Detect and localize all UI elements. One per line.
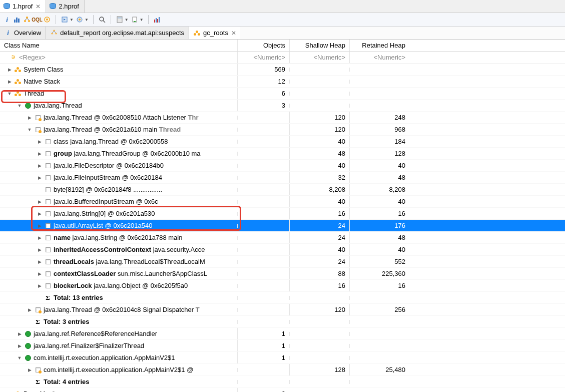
- row-icon: [44, 258, 52, 265]
- query-browser-icon[interactable]: [76, 16, 84, 24]
- dots-icon: [194, 30, 201, 37]
- tab-gc-roots[interactable]: gc_roots ✕: [189, 27, 241, 39]
- dropdown-icon[interactable]: ▼: [85, 18, 89, 22]
- dropdown-icon[interactable]: ▼: [125, 18, 129, 22]
- histogram-icon[interactable]: [13, 16, 21, 24]
- table-row[interactable]: ▶blockerLock java.lang.Object @ 0x6c205f…: [0, 280, 565, 292]
- table-row[interactable]: ▶threadLocals java.lang.ThreadLocal$Thre…: [0, 256, 565, 268]
- filter-objects[interactable]: <Numeric>: [237, 52, 289, 63]
- column-retained[interactable]: Retained Heap: [349, 40, 409, 51]
- cell-shallow: [289, 104, 349, 108]
- close-icon[interactable]: ✕: [36, 3, 41, 10]
- expand-icon[interactable]: ▶: [36, 139, 43, 144]
- column-classname[interactable]: Class Name: [0, 40, 237, 51]
- table-row[interactable]: ▶ java.lang.String[0] @ 0x6c201a5301616: [0, 208, 565, 220]
- file-tab-bar: 1.hprof ✕ 2.hprof: [0, 0, 565, 13]
- row-label: class java.lang.Thread @ 0x6c2000558: [54, 138, 168, 145]
- table-row[interactable]: ▶Busy Monitor2: [0, 388, 565, 392]
- cell-objects: [237, 176, 289, 180]
- table-row[interactable]: ▶ java.io.FileDescriptor @ 0x6c20184b040…: [0, 160, 565, 172]
- expand-icon[interactable]: ▶: [36, 271, 43, 276]
- info-icon[interactable]: i: [3, 16, 11, 24]
- search-icon[interactable]: [98, 16, 106, 24]
- table-row[interactable]: ▶name java.lang.String @ 0x6c201a788 mai…: [0, 232, 565, 244]
- table-row[interactable]: ▶ java.util.ArrayList @ 0x6c201a54024176: [0, 220, 565, 232]
- expand-icon[interactable]: ▶: [36, 151, 43, 156]
- filter-classname[interactable]: ⚞ <Regex>: [0, 52, 237, 63]
- table-row[interactable]: ▶ΣTotal: 13 entries: [0, 292, 565, 304]
- expand-icon[interactable]: ▶: [26, 115, 33, 120]
- expand-icon[interactable]: ▶: [6, 79, 13, 84]
- expand-icon[interactable]: ▶: [36, 283, 43, 288]
- export-icon[interactable]: [131, 16, 139, 24]
- expand-icon[interactable]: ▶: [26, 307, 33, 312]
- row-icon: Σ: [34, 318, 42, 325]
- dropdown-icon[interactable]: ▼: [70, 18, 74, 22]
- thread-icon[interactable]: [43, 16, 51, 24]
- expand-icon[interactable]: ▶: [6, 67, 13, 72]
- file-tab-1[interactable]: 1.hprof ✕: [0, 0, 46, 13]
- table-row[interactable]: ▶ΣTotal: 4 entries: [0, 376, 565, 388]
- expand-icon[interactable]: ▶: [36, 163, 43, 168]
- table-row[interactable]: ▶ java.io.FileInputStream @ 0x6c20184324…: [0, 172, 565, 184]
- table-row[interactable]: ▶ byte[8192] @ 0x6c20184f8 .............…: [0, 184, 565, 196]
- dropdown-icon[interactable]: ▼: [140, 18, 144, 22]
- calculator-icon[interactable]: [116, 16, 124, 24]
- column-shallow[interactable]: Shallow Heap: [289, 40, 349, 51]
- filter-shallow[interactable]: <Numeric>: [289, 52, 349, 63]
- cell-retained: 40: [349, 196, 409, 207]
- collapse-icon[interactable]: ▼: [16, 103, 23, 108]
- cell-objects: [237, 164, 289, 168]
- expand-icon[interactable]: ▶: [36, 235, 43, 240]
- expand-icon[interactable]: ▶: [36, 199, 43, 204]
- table-row[interactable]: ▶ class java.lang.Thread @ 0x6c200055840…: [0, 136, 565, 148]
- row-label: com.intellij.rt.execution.application.Ap…: [44, 366, 193, 373]
- row-icon: Σ: [34, 378, 42, 385]
- expand-icon[interactable]: ▶: [36, 247, 43, 252]
- table-row[interactable]: ▶java.lang.Thread @ 0x6c20104c8 Signal D…: [0, 304, 565, 316]
- expand-icon[interactable]: ▶: [36, 223, 43, 228]
- dominator-tree-icon[interactable]: [23, 16, 31, 24]
- table-row[interactable]: ▼java.lang.Thread @ 0x6c201a610 main Thr…: [0, 124, 565, 136]
- expand-icon[interactable]: ▶: [36, 211, 43, 216]
- table-row[interactable]: ▶java.lang.Thread @ 0x6c2008510 Attach L…: [0, 112, 565, 124]
- row-icon: [44, 174, 52, 181]
- table-row[interactable]: ▶group java.lang.ThreadGroup @ 0x6c2000b…: [0, 148, 565, 160]
- collapse-icon[interactable]: ▼: [6, 91, 13, 96]
- close-icon[interactable]: ✕: [231, 30, 236, 37]
- cell-retained: [349, 296, 409, 300]
- table-row[interactable]: ▶Native Stack12: [0, 76, 565, 88]
- row-icon: [34, 366, 42, 373]
- expand-icon[interactable]: ▶: [16, 331, 23, 336]
- tab-overview[interactable]: i Overview: [0, 27, 46, 39]
- svg-rect-13: [118, 17, 122, 19]
- file-tab-2[interactable]: 2.hprof: [46, 0, 84, 13]
- expand-icon[interactable]: ▶: [36, 259, 43, 264]
- table-row[interactable]: ▶System Class569: [0, 64, 565, 76]
- filter-retained[interactable]: <Numeric>: [349, 52, 409, 63]
- cell-objects: [237, 320, 289, 324]
- collapse-icon[interactable]: ▼: [16, 355, 23, 360]
- row-label: byte[8192] @ 0x6c20184f8 ...............…: [54, 186, 162, 193]
- expand-icon[interactable]: ▶: [36, 175, 43, 180]
- table-row[interactable]: ▼Thread6: [0, 88, 565, 100]
- table-row[interactable]: ▶ java.io.BufferedInputStream @ 0x6c4040: [0, 196, 565, 208]
- cell-shallow: 40: [289, 136, 349, 147]
- table-row[interactable]: ▶java.lang.ref.Reference$ReferenceHandle…: [0, 328, 565, 340]
- expand-icon[interactable]: ▶: [16, 343, 23, 348]
- table-row[interactable]: ▶inheritedAccessControlContext java.secu…: [0, 244, 565, 256]
- column-objects[interactable]: Objects: [237, 40, 289, 51]
- table-row[interactable]: ▼com.intellij.rt.execution.application.A…: [0, 352, 565, 364]
- tab-default-report[interactable]: default_report org.eclipse.mat.api:suspe…: [46, 27, 189, 39]
- table-row[interactable]: ▶ΣTotal: 3 entries: [0, 316, 565, 328]
- table-row[interactable]: ▶java.lang.ref.Finalizer$FinalizerThread…: [0, 340, 565, 352]
- table-row[interactable]: ▼java.lang.Thread3: [0, 100, 565, 112]
- table-row[interactable]: ▶contextClassLoader sun.misc.Launcher$Ap…: [0, 268, 565, 280]
- table-row[interactable]: ▶com.intellij.rt.execution.application.A…: [0, 364, 565, 376]
- oql-icon[interactable]: OQL: [33, 16, 41, 24]
- cell-objects: [237, 200, 289, 204]
- grouped-histogram-icon[interactable]: [153, 16, 161, 24]
- collapse-icon[interactable]: ▼: [26, 127, 33, 132]
- run-report-icon[interactable]: [61, 16, 69, 24]
- expand-icon[interactable]: ▶: [26, 367, 33, 372]
